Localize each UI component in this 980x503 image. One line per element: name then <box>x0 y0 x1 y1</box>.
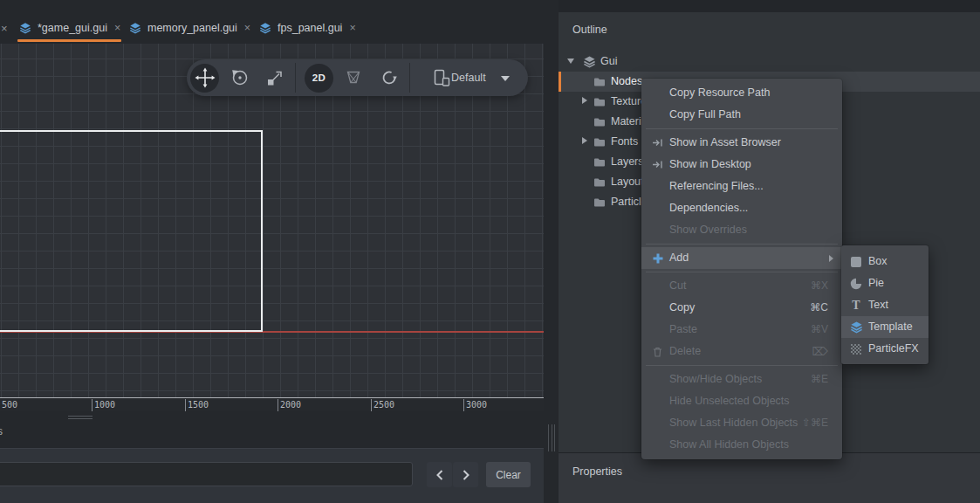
ruler-tick <box>371 399 372 411</box>
menu-item-copy[interactable]: Copy ⌘C <box>641 297 842 319</box>
simulated-device-button[interactable] <box>430 68 453 87</box>
device-icon <box>431 68 452 87</box>
template-node-icon <box>849 316 863 338</box>
text-node-icon: T <box>849 294 863 316</box>
submenu-item-text[interactable]: T Text <box>841 294 929 316</box>
active-tab-underline <box>17 39 121 42</box>
ruler-tick <box>185 399 186 411</box>
gui-file-icon <box>259 22 271 34</box>
menu-item-show-in-desktop[interactable]: Show in Desktop <box>641 154 842 176</box>
submenu-item-template[interactable]: Template <box>841 316 929 338</box>
expand-arrow-icon[interactable] <box>582 97 587 104</box>
menu-separator <box>646 365 838 366</box>
folder-icon <box>593 176 607 189</box>
menu-separator <box>646 244 838 245</box>
menu-separator <box>646 272 838 272</box>
menu-item-show-overrides: Show Overrides <box>641 219 842 241</box>
toolbar-divider <box>409 63 410 93</box>
close-icon[interactable]: × <box>348 22 355 34</box>
gui-bounds-rect <box>0 130 263 332</box>
menu-item-show-all-hidden-objects: Show All Hidden Objects <box>641 434 842 456</box>
context-menu: Copy Resource Path Copy Full Path Show i… <box>641 79 842 459</box>
ruler-label: 1000 <box>94 400 115 410</box>
ruler-label: 2500 <box>373 400 394 410</box>
menu-item-copy-full-path[interactable]: Copy Full Path <box>641 104 842 126</box>
jump-to-icon <box>650 132 665 154</box>
menu-item-dependencies[interactable]: Dependencies... <box>641 197 842 219</box>
2d-mode-button[interactable]: 2D <box>305 64 333 93</box>
panel-top-strip <box>559 0 980 12</box>
ruler-label: 2000 <box>280 400 301 410</box>
menu-item-add[interactable]: Add <box>641 247 842 269</box>
editor-window: × *game_gui.gui × memory_panel.gui × fps… <box>0 0 980 503</box>
chevron-left-icon <box>436 470 443 480</box>
clear-button[interactable]: Clear <box>486 462 531 487</box>
submenu-item-pie[interactable]: Pie <box>841 272 929 294</box>
menu-item-show-hide-objects: Show/Hide Objects ⌘E <box>641 369 842 390</box>
console-search-bar: Clear <box>0 448 544 503</box>
rotate-icon <box>230 68 250 87</box>
properties-panel-title: Properties <box>572 465 622 478</box>
search-input[interactable] <box>0 462 413 486</box>
device-profile-label[interactable]: Default <box>451 59 486 96</box>
tab-game-gui[interactable]: *game_gui.gui × <box>19 17 120 39</box>
tab-label: memory_panel.gui <box>147 22 237 34</box>
menu-separator <box>646 128 838 129</box>
tab-memory-panel[interactable]: memory_panel.gui × <box>129 17 250 39</box>
folder-icon <box>593 75 607 88</box>
tab-bar: × *game_gui.gui × memory_panel.gui × fps… <box>0 0 544 44</box>
prev-match-button[interactable] <box>427 462 452 487</box>
ruler-tick <box>463 399 464 411</box>
ruler-tick <box>92 399 93 411</box>
tree-label: Gui <box>600 52 617 72</box>
rotate-tool-button[interactable] <box>230 68 250 87</box>
reload-button[interactable] <box>380 68 399 87</box>
canvas-footer-strip: s <box>0 411 544 448</box>
chevron-down-icon[interactable] <box>501 76 510 81</box>
box-node-icon <box>849 251 863 272</box>
scale-tool-button[interactable] <box>265 68 284 87</box>
menu-item-show-last-hidden-objects: Show Last Hidden Objects ⇧⌘E <box>641 412 842 434</box>
ruler-tick <box>278 399 278 411</box>
panel-gutter <box>544 0 559 503</box>
gui-file-icon <box>19 22 31 34</box>
ruler-label: 500 <box>2 400 17 410</box>
next-match-button[interactable] <box>453 462 478 487</box>
submenu-arrow-icon <box>829 255 833 262</box>
clipped-label: s <box>0 425 3 438</box>
tree-label: Fonts <box>611 132 638 152</box>
2d-mode-label: 2D <box>312 72 326 83</box>
outline-panel-title: Outline <box>572 24 607 36</box>
menu-item-hide-unselected-objects: Hide Unselected Objects <box>641 390 842 412</box>
menu-item-copy-resource-path[interactable]: Copy Resource Path <box>641 82 842 104</box>
trash-icon <box>650 341 665 362</box>
folder-icon <box>593 196 607 209</box>
folder-icon <box>593 115 607 128</box>
move-tool-button[interactable] <box>190 64 219 93</box>
plus-icon <box>650 247 665 269</box>
submenu-item-particlefx[interactable]: ParticleFX <box>841 338 929 360</box>
menu-item-referencing-files[interactable]: Referencing Files... <box>641 176 842 197</box>
toolbar-divider <box>295 63 296 93</box>
folder-icon <box>593 155 607 169</box>
reload-icon <box>380 68 399 87</box>
scene-toolbar: 2D Default <box>187 59 528 96</box>
frustum-culling-button[interactable] <box>344 68 363 87</box>
selection-accent-bar <box>559 72 561 92</box>
close-icon[interactable]: × <box>113 22 120 34</box>
tab-label: fps_panel.gui <box>278 22 342 34</box>
expand-arrow-icon[interactable] <box>582 137 587 144</box>
frustum-icon <box>344 68 363 87</box>
menu-item-show-in-asset-browser[interactable]: Show in Asset Browser <box>641 132 842 154</box>
ruler-label: 3000 <box>466 400 487 410</box>
submenu-item-box[interactable]: Box <box>841 251 929 272</box>
collapse-arrow-icon[interactable] <box>567 59 574 64</box>
scene-canvas[interactable]: 2D Default <box>0 44 544 397</box>
close-icon[interactable]: × <box>243 22 250 34</box>
close-icon[interactable]: × <box>1 22 8 35</box>
jump-to-icon <box>650 154 665 176</box>
chevron-right-icon <box>463 470 469 480</box>
tab-fps-panel[interactable]: fps_panel.gui × <box>259 17 356 39</box>
tree-row-gui[interactable]: Gui <box>559 52 980 72</box>
tree-label: Layers <box>611 152 644 172</box>
